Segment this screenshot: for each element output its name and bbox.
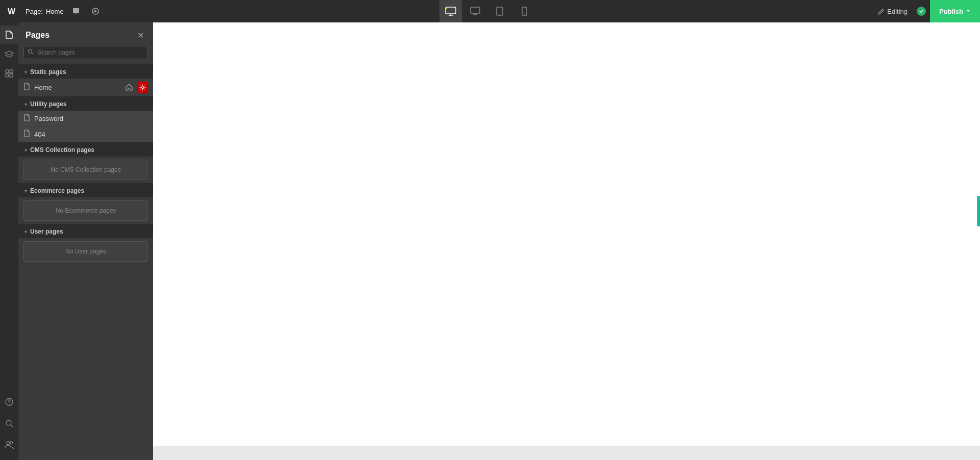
cms-pages-header[interactable]: ▾ CMS Collection pages (18, 142, 153, 157)
viewport-desktop[interactable] (464, 0, 486, 22)
static-pages-label: Static pages (30, 68, 66, 75)
svg-text:W: W (8, 7, 16, 16)
svg-point-13 (9, 404, 10, 405)
svg-point-18 (141, 86, 143, 88)
page-item-404[interactable]: 404 (18, 126, 153, 142)
svg-rect-8 (6, 70, 9, 73)
static-pages-chevron: ▾ (24, 69, 27, 75)
cms-pages-label: CMS Collection pages (30, 146, 94, 154)
viewport-tablet[interactable] (488, 0, 511, 22)
publish-label: Publish (939, 8, 963, 15)
svg-rect-10 (6, 74, 9, 77)
home-page-name: Home (34, 84, 124, 91)
pages-panel: Pages ✕ ▾ Static pages (18, 22, 153, 460)
utility-pages-header[interactable]: ▾ Utility pages (18, 96, 153, 111)
404-page-name: 404 (34, 131, 148, 138)
viewport-controls (439, 0, 535, 22)
user-empty-state: No User pages (23, 241, 148, 262)
chat-icon-btn[interactable] (69, 4, 83, 18)
page-item-password[interactable]: Password (18, 111, 153, 126)
page-name: Home (46, 8, 64, 15)
pages-panel-title: Pages (26, 31, 50, 40)
pages-panel-header: Pages ✕ (18, 22, 153, 46)
cms-pages-chevron: ▾ (24, 147, 27, 153)
publish-status-dot (917, 7, 926, 16)
editing-label: Editing (887, 8, 908, 15)
ecommerce-pages-label: Ecommerce pages (30, 187, 84, 194)
user-pages-header[interactable]: ▾ User pages (18, 224, 153, 238)
canvas-bottom-bar (153, 446, 980, 460)
main-layout: Pages ✕ ▾ Static pages (0, 22, 980, 460)
svg-point-7 (524, 14, 525, 15)
webflow-logo[interactable]: W (5, 4, 20, 19)
sidebar-assets-icon[interactable] (0, 64, 18, 83)
svg-rect-2 (446, 7, 456, 14)
ecommerce-pages-header[interactable]: ▾ Ecommerce pages (18, 183, 153, 197)
password-page-name: Password (34, 115, 148, 122)
ecommerce-pages-chevron: ▾ (24, 188, 27, 194)
sidebar-team-icon[interactable] (0, 436, 18, 454)
viewport-mobile[interactable] (513, 0, 535, 22)
icon-sidebar-bottom (0, 393, 18, 460)
teal-accent[interactable] (977, 196, 980, 226)
search-wrapper (23, 46, 148, 59)
user-pages-label: User pages (30, 228, 63, 235)
sidebar-help-icon[interactable] (0, 393, 18, 411)
404-page-doc-icon (23, 130, 30, 139)
static-pages-header[interactable]: ▾ Static pages (18, 64, 153, 79)
svg-rect-11 (10, 74, 13, 77)
password-page-doc-icon (23, 114, 30, 123)
home-page-doc-icon (23, 83, 30, 92)
svg-point-17 (29, 49, 32, 53)
utility-pages-label: Utility pages (30, 100, 66, 108)
user-pages-chevron: ▾ (24, 229, 27, 235)
pages-panel-close[interactable]: ✕ (135, 30, 146, 41)
publish-button[interactable]: Publish (930, 0, 980, 22)
page-item-home[interactable]: Home (18, 79, 153, 96)
topbar-left: W Page: Home (0, 4, 103, 19)
page-label: Page: (26, 8, 43, 15)
utility-pages-chevron: ▾ (24, 101, 27, 107)
search-container (18, 46, 153, 64)
home-page-actions (124, 82, 148, 93)
search-input[interactable] (23, 46, 148, 59)
cms-empty-state: No CMS Collection pages (23, 160, 148, 180)
svg-point-14 (6, 420, 11, 425)
ecommerce-empty-state: No Ecommerce pages (23, 200, 148, 221)
home-page-settings-icon[interactable] (137, 82, 148, 93)
viewport-desktop-large[interactable] (439, 0, 462, 22)
sidebar-search-icon[interactable] (0, 414, 18, 432)
svg-point-5 (499, 14, 500, 15)
page-info: Page: Home (26, 8, 64, 15)
preview-icon-btn[interactable] (88, 4, 103, 18)
svg-point-15 (7, 442, 10, 445)
canvas-area (153, 22, 980, 460)
sidebar-layers-icon[interactable] (0, 45, 18, 63)
svg-point-16 (10, 442, 13, 444)
svg-rect-3 (471, 7, 480, 13)
svg-rect-9 (10, 70, 13, 73)
sidebar-pages-icon[interactable] (0, 25, 18, 44)
topbar: W Page: Home (0, 0, 980, 22)
search-icon (28, 49, 34, 57)
editing-button[interactable]: Editing (873, 5, 913, 18)
topbar-right: Editing Publish (873, 0, 980, 22)
home-page-home-icon[interactable] (124, 82, 135, 93)
icon-sidebar (0, 22, 18, 460)
